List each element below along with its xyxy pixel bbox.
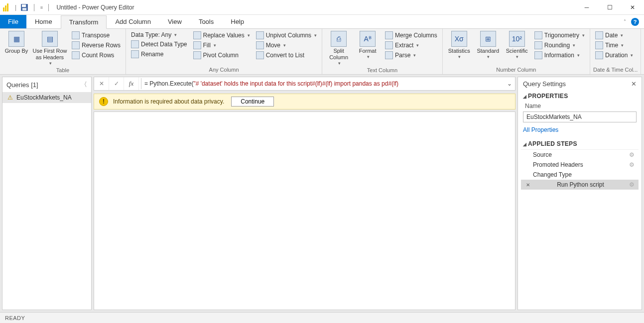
close-button[interactable]: ✕ bbox=[621, 0, 644, 15]
group-label-numcol: Number Column bbox=[446, 66, 587, 74]
warning-icon: ⚠ bbox=[6, 94, 13, 101]
step-run-python[interactable]: Run Python script⚙ bbox=[521, 180, 639, 190]
rename-button[interactable]: Rename bbox=[129, 50, 189, 59]
separator: │ bbox=[47, 4, 51, 11]
date-button[interactable]: Date▾ bbox=[593, 31, 635, 40]
count-rows-button[interactable]: Count Rows bbox=[70, 51, 123, 60]
pivot-button[interactable]: Pivot Column bbox=[191, 51, 252, 60]
tab-transform[interactable]: Transform bbox=[61, 15, 107, 29]
reverse-rows-button[interactable]: Reverse Rows bbox=[70, 41, 123, 50]
rounding-button[interactable]: Rounding▾ bbox=[532, 41, 587, 50]
tab-tools[interactable]: Tools bbox=[190, 15, 222, 28]
separator: | bbox=[15, 4, 16, 11]
merge-columns-button[interactable]: Merge Columns bbox=[383, 31, 439, 40]
data-type-button[interactable]: Data Type: Any▾ bbox=[129, 31, 189, 39]
format-button[interactable]: AᴮFormat▾ bbox=[354, 30, 381, 60]
status-bar: READY bbox=[0, 312, 644, 323]
name-label: Name bbox=[518, 102, 642, 110]
standard-button[interactable]: ⊞Standard▾ bbox=[475, 30, 502, 60]
collapse-queries-icon[interactable]: 〈 bbox=[81, 80, 87, 89]
collapse-ribbon-icon[interactable]: ˄ bbox=[624, 19, 626, 24]
query-name-input[interactable]: EuStockMarkets_NA bbox=[523, 111, 637, 122]
file-menu[interactable]: File bbox=[0, 15, 26, 28]
ribbon: ▦Group By ▤Use First Row as Headers▾ Tra… bbox=[0, 29, 644, 75]
workspace: Queries [1] 〈 ⚠ EuStockMarkets_NA ✕ ✓ fx… bbox=[0, 75, 644, 312]
svg-rect-2 bbox=[22, 8, 26, 10]
tab-add-column[interactable]: Add Column bbox=[107, 15, 159, 28]
tab-home[interactable]: Home bbox=[26, 15, 61, 28]
time-button[interactable]: Time▾ bbox=[593, 41, 635, 50]
continue-button[interactable]: Continue bbox=[231, 97, 274, 107]
title-bar: | │ ≡ │ Untitled - Power Query Editor ─ … bbox=[0, 0, 644, 15]
help-icon[interactable]: ? bbox=[631, 18, 639, 26]
privacy-info-bar: ! Information is required about data pri… bbox=[94, 94, 515, 109]
formula-input[interactable]: = Python.Execute("# 'dataset' holds the … bbox=[141, 78, 502, 89]
extract-button[interactable]: Extract▾ bbox=[383, 41, 439, 50]
parse-button[interactable]: Parse▾ bbox=[383, 51, 439, 60]
duration-button[interactable]: Duration▾ bbox=[593, 51, 635, 60]
status-text: READY bbox=[5, 315, 25, 321]
group-by-button[interactable]: ▦Group By bbox=[3, 30, 30, 54]
gear-icon[interactable]: ⚙ bbox=[629, 181, 635, 188]
query-name: EuStockMarkets_NA bbox=[16, 94, 72, 101]
scientific-button[interactable]: 10²Scientific▾ bbox=[504, 30, 530, 60]
all-properties-link[interactable]: All Properties bbox=[518, 125, 642, 138]
cancel-formula-icon[interactable]: ✕ bbox=[94, 77, 109, 90]
qat-dropdown-icon[interactable]: ≡ bbox=[40, 5, 43, 10]
queries-pane: Queries [1] 〈 ⚠ EuStockMarkets_NA bbox=[2, 77, 92, 310]
group-label-table: Table bbox=[3, 66, 123, 75]
to-list-button[interactable]: Convert to List bbox=[254, 51, 319, 60]
query-item[interactable]: ⚠ EuStockMarkets_NA bbox=[2, 92, 91, 103]
tab-view[interactable]: View bbox=[159, 15, 190, 28]
unpivot-button[interactable]: Unpivot Columns▾ bbox=[254, 31, 319, 40]
group-label-anycol: Any Column bbox=[129, 66, 319, 74]
step-promoted-headers[interactable]: Promoted Headers⚙ bbox=[521, 160, 639, 170]
window-title: Untitled - Power Query Editor bbox=[56, 4, 134, 11]
separator: │ bbox=[32, 4, 36, 11]
center-pane: ✕ ✓ fx = Python.Execute("# 'dataset' hol… bbox=[94, 77, 515, 310]
detect-type-button[interactable]: Detect Data Type bbox=[129, 40, 189, 49]
gear-icon[interactable]: ⚙ bbox=[629, 151, 635, 158]
menu-bar: File Home Transform Add Column View Tool… bbox=[0, 15, 644, 29]
maximize-button[interactable]: ☐ bbox=[598, 0, 621, 15]
group-label-dtcol: Date & Time Col... bbox=[593, 66, 638, 74]
information-button[interactable]: Information▾ bbox=[532, 51, 587, 60]
use-first-row-button[interactable]: ▤Use First Row as Headers▾ bbox=[32, 30, 68, 66]
group-label-textcol: Text Column bbox=[325, 66, 439, 75]
step-source[interactable]: Source⚙ bbox=[521, 150, 639, 160]
query-settings-pane: Query Settings ✕ PROPERTIES Name EuStock… bbox=[517, 77, 642, 310]
data-preview-area bbox=[94, 111, 515, 310]
fill-button[interactable]: Fill▾ bbox=[191, 41, 252, 50]
split-column-button[interactable]: ⎙Split Column▾ bbox=[325, 30, 352, 66]
trig-button[interactable]: Trigonometry▾ bbox=[532, 31, 587, 40]
settings-title: Query Settings bbox=[523, 80, 566, 88]
svg-rect-1 bbox=[22, 4, 26, 7]
info-warning-icon: ! bbox=[99, 97, 108, 106]
save-icon[interactable] bbox=[20, 3, 28, 11]
app-logo-icon bbox=[3, 3, 11, 11]
step-changed-type[interactable]: Changed Type bbox=[521, 170, 639, 180]
applied-steps-header[interactable]: APPLIED STEPS bbox=[518, 138, 642, 149]
move-button[interactable]: Move▾ bbox=[254, 41, 319, 50]
accept-formula-icon[interactable]: ✓ bbox=[109, 77, 124, 90]
privacy-message: Information is required about data priva… bbox=[113, 98, 224, 105]
fx-icon[interactable]: fx bbox=[124, 77, 139, 90]
queries-header: Queries [1] bbox=[6, 81, 38, 89]
tab-help[interactable]: Help bbox=[222, 15, 253, 28]
formula-bar: ✕ ✓ fx = Python.Execute("# 'dataset' hol… bbox=[94, 77, 515, 91]
formula-expand-icon[interactable]: ⌄ bbox=[504, 80, 515, 87]
properties-header[interactable]: PROPERTIES bbox=[518, 91, 642, 102]
close-settings-icon[interactable]: ✕ bbox=[631, 80, 637, 88]
statistics-button[interactable]: XσStatistics▾ bbox=[446, 30, 473, 60]
gear-icon[interactable]: ⚙ bbox=[629, 161, 635, 168]
transpose-button[interactable]: Transpose bbox=[70, 31, 123, 40]
replace-values-button[interactable]: Replace Values▾ bbox=[191, 31, 252, 40]
minimize-button[interactable]: ─ bbox=[575, 0, 598, 15]
